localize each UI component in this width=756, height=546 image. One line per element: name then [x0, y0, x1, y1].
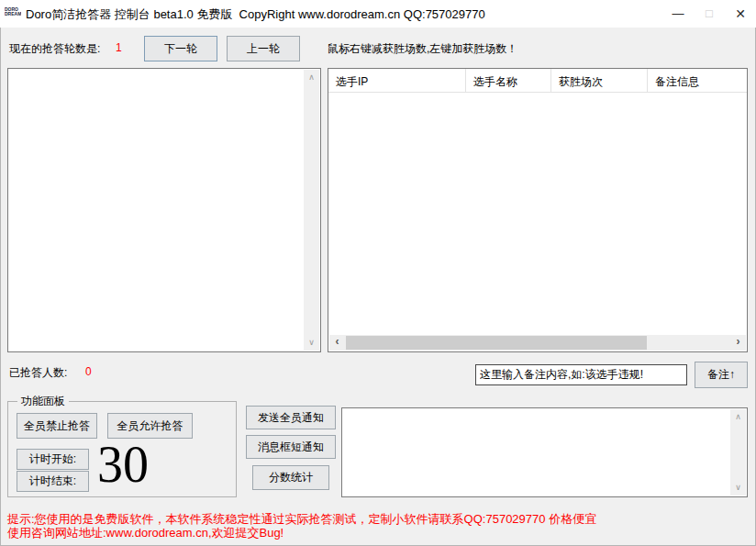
scroll-right-icon[interactable]: › [730, 335, 746, 351]
notice-textarea[interactable]: ∧ ∨ [341, 407, 748, 497]
remark-submit-button[interactable]: 备注↑ [695, 362, 748, 388]
round-label: 现在的抢答轮数是: [9, 41, 100, 57]
footer-notice-line2: 使用咨询网站地址:www.dorodream.cn,欢迎提交Bug! [7, 525, 284, 541]
player-table-header: 选手IP 选手名称 获胜场次 备注信息 [328, 69, 747, 93]
hscrollbar-thumb[interactable] [346, 336, 647, 350]
app-window: DORO DREAM Doro简洁抢答器 控制台 beta1.0 免费版 Cop… [0, 0, 756, 546]
player-table[interactable]: 选手IP 选手名称 获胜场次 备注信息 ‹ › [328, 68, 748, 352]
function-panel-title: 功能面板 [17, 394, 69, 409]
buzz-list-vscrollbar[interactable]: ∧ ∨ [304, 70, 319, 351]
scroll-down-icon[interactable]: ∨ [730, 480, 746, 496]
prev-round-button[interactable]: 上一轮 [227, 36, 300, 61]
notice-vscrollbar[interactable]: ∧ ∨ [730, 409, 746, 496]
msgbox-notice-button[interactable]: 消息框短通知 [246, 435, 336, 459]
score-stats-button[interactable]: 分数统计 [252, 465, 329, 490]
buzz-list-panel[interactable]: ∧ ∨ [7, 68, 321, 352]
minimize-button[interactable]: — [662, 0, 694, 28]
scroll-left-icon[interactable]: ‹ [329, 335, 345, 351]
column-header-remark[interactable]: 备注信息 [648, 69, 747, 93]
disable-all-button[interactable]: 全员禁止抢答 [17, 413, 97, 439]
timer-end-button[interactable]: 计时结束: [17, 471, 89, 492]
scroll-up-icon[interactable]: ∧ [304, 70, 319, 85]
round-value: 1 [116, 41, 122, 54]
window-title: Doro简洁抢答器 控制台 beta1.0 免费版 CopyRight www.… [26, 6, 485, 23]
send-all-notice-button[interactable]: 发送全员通知 [246, 406, 336, 429]
column-header-name[interactable]: 选手名称 [466, 69, 551, 93]
player-table-hscrollbar[interactable]: ‹ › [329, 335, 746, 351]
scroll-up-icon[interactable]: ∧ [730, 409, 746, 425]
maximize-button: □ [694, 0, 725, 28]
answered-count-label: 已抢答人数: [9, 365, 67, 381]
timer-value: 30 [97, 435, 149, 494]
remark-input[interactable] [475, 364, 687, 385]
mouse-hint-label: 鼠标右键减获胜场数,左键加获胜场数！ [328, 41, 517, 57]
next-round-button[interactable]: 下一轮 [144, 36, 217, 61]
answered-count-value: 0 [85, 365, 92, 378]
column-header-ip[interactable]: 选手IP [328, 69, 466, 93]
column-header-wins[interactable]: 获胜场次 [551, 69, 648, 93]
timer-start-button[interactable]: 计时开始: [17, 449, 89, 470]
close-button[interactable]: ✕ [725, 0, 756, 28]
doro-logo-icon: DORO DREAM [5, 7, 21, 21]
titlebar: DORO DREAM Doro简洁抢答器 控制台 beta1.0 免费版 Cop… [0, 0, 756, 28]
scroll-down-icon[interactable]: ∨ [304, 335, 319, 351]
